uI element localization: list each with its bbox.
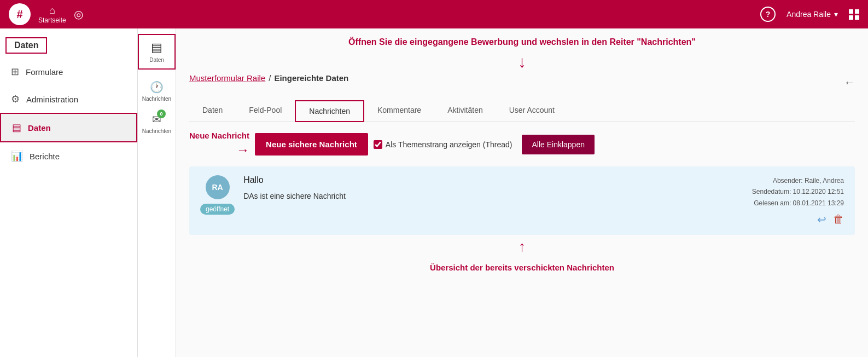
delete-icon[interactable]: 🗑 — [833, 213, 844, 226]
alle-einklappen-button[interactable]: Alle Einklappen — [522, 135, 595, 154]
nachrichten-badge-wrap: 🕐 — [150, 80, 164, 94]
sidebar-item-formulare[interactable]: ⊞ Formulare — [0, 58, 137, 85]
thread-checkbox[interactable] — [374, 140, 382, 149]
home-icon: ⌂ — [49, 5, 55, 16]
breadcrumb: Musterformular Raile / Eingereichte Date… — [189, 73, 348, 83]
administration-icon: ⚙ — [11, 93, 20, 105]
bottom-arrow-icon: ↑ — [519, 238, 526, 255]
breadcrumb-sep: / — [269, 73, 271, 83]
reply-icon[interactable]: ↩ — [817, 213, 826, 226]
sidebar-item-label-berichte: Berichte — [30, 152, 60, 161]
formulare-icon: ⊞ — [11, 66, 19, 78]
breadcrumb-link[interactable]: Musterformular Raile — [189, 73, 265, 83]
absender-info: Absender: Raile, Andrea — [752, 175, 844, 186]
user-name: Andrea Raile — [787, 10, 831, 19]
message-meta: Absender: Raile, Andrea Sendedatum: 10.1… — [724, 175, 844, 226]
messages-badge-wrap: ✉ 0 — [152, 113, 161, 126]
icon-sidebar-messages-label: Nachrichten — [142, 128, 171, 134]
main-content: Öffnen Sie die eingegangene Bewerbung un… — [176, 28, 868, 357]
message-actions: ↩ 🗑 — [817, 213, 844, 226]
breadcrumb-current: Eingereichte Daten — [274, 73, 348, 83]
tab-daten[interactable]: Daten — [189, 100, 236, 122]
sidebar-item-daten[interactable]: ▤ Daten — [0, 113, 137, 142]
startseite-label: Startseite — [38, 16, 66, 24]
tab-user-account[interactable]: User Account — [496, 100, 568, 122]
message-text: DAs ist eine sichere Nachricht — [243, 192, 715, 200]
user-menu[interactable]: Andrea Raile ▾ — [787, 10, 838, 19]
tab-kommentare[interactable]: Kommentare — [364, 100, 434, 122]
avatar: RA — [206, 175, 230, 199]
icon-sidebar: ▤ Daten 🕐 Nachrichten ✉ 0 Nachrichten — [138, 28, 176, 357]
neue-sichere-nachricht-button[interactable]: Neue sichere Nachricht — [255, 133, 368, 156]
icon-sidebar-messages[interactable]: ✉ 0 Nachrichten — [138, 107, 176, 140]
topnav: # ⌂ Startseite ◎ ? Andrea Raile ▾ — [0, 0, 868, 28]
icon-sidebar-daten-label: Daten — [149, 57, 164, 63]
icon-sidebar-nachrichten[interactable]: 🕐 Nachrichten — [138, 75, 176, 107]
help-button[interactable]: ? — [760, 7, 776, 22]
chevron-down-icon: ▾ — [834, 10, 838, 19]
message-body: Hallo DAs ist eine sichere Nachricht — [243, 175, 715, 226]
sidebar-item-label-formulare: Formulare — [26, 67, 63, 77]
top-arrow: ↓ — [189, 54, 855, 70]
annotation-arrow-right: → — [236, 142, 249, 158]
startseite-link[interactable]: ⌂ Startseite — [38, 5, 66, 24]
target-icon[interactable]: ◎ — [74, 8, 83, 21]
icon-sidebar-daten[interactable]: ▤ Daten — [138, 34, 176, 70]
message-meta-info: Absender: Raile, Andrea Sendedatum: 10.1… — [752, 175, 844, 209]
daten-badge: Daten — [5, 37, 47, 54]
logo: # — [9, 3, 31, 25]
message-left-panel: RA geöffnet — [200, 175, 235, 226]
status-badge: geöffnet — [200, 204, 235, 215]
back-arrow-icon[interactable]: ← — [844, 76, 855, 89]
sidebar: Daten ⊞ Formulare ⚙ Administration ▤ Dat… — [0, 28, 138, 357]
sidebar-item-label-daten: Daten — [28, 123, 51, 133]
neue-nachricht-annotation: Neue Nachricht — [189, 131, 249, 140]
sidebar-item-administration[interactable]: ⚙ Administration — [0, 85, 137, 113]
thread-checkbox-text: Als Themenstrang anzeigen (Thread) — [386, 140, 512, 149]
daten-icon: ▤ — [12, 122, 21, 134]
sidebar-item-berichte[interactable]: 📊 Berichte — [0, 142, 137, 170]
tab-nachrichten[interactable]: Nachrichten — [295, 100, 364, 122]
tab-feld-pool[interactable]: Feld-Pool — [236, 100, 295, 122]
daten-mini-icon: ▤ — [151, 41, 162, 55]
message-card: RA geöffnet Hallo DAs ist eine sichere N… — [189, 166, 855, 235]
icon-sidebar-nachrichten-label: Nachrichten — [142, 96, 171, 102]
message-title: Hallo — [243, 175, 715, 185]
sendedatum-info: Sendedatum: 10.12.2020 12:51 — [752, 186, 844, 197]
apps-icon[interactable] — [849, 9, 859, 20]
nachrichten-mini-icon: 🕐 — [150, 81, 164, 93]
tab-aktivitaeten[interactable]: Aktivitäten — [434, 100, 496, 122]
sidebar-item-label-administration: Administration — [26, 95, 78, 104]
berichte-icon: 📊 — [11, 150, 23, 162]
gelesen-info: Gelesen am: 08.01.2021 13:29 — [752, 198, 844, 209]
thread-checkbox-label[interactable]: Als Themenstrang anzeigen (Thread) — [374, 140, 512, 149]
tabs-bar: Daten Feld-Pool Nachrichten Kommentare A… — [189, 100, 855, 122]
top-annotation: Öffnen Sie die eingegangene Bewerbung un… — [189, 37, 855, 47]
bottom-annotation: Übersicht der bereits verschickten Nachr… — [189, 263, 855, 272]
message-count-badge: 0 — [157, 110, 166, 118]
